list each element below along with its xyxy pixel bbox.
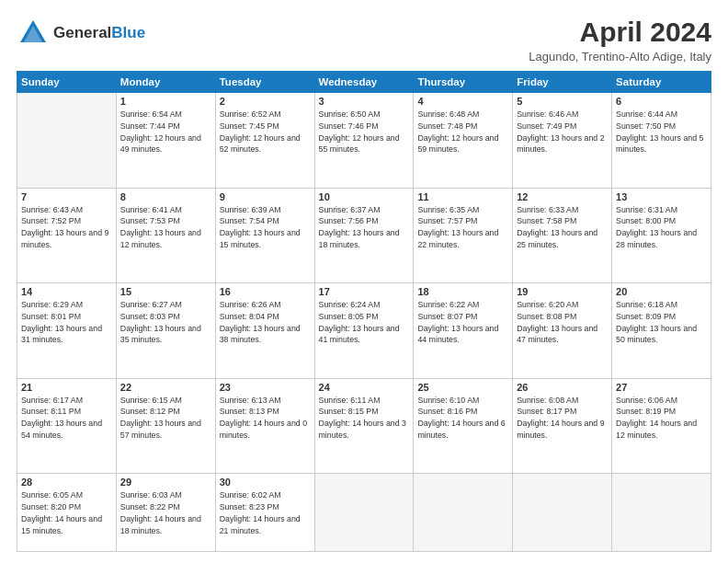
- day-info: Sunrise: 6:24 AMSunset: 8:05 PMDaylight:…: [319, 299, 410, 346]
- table-row: 2Sunrise: 6:52 AMSunset: 7:45 PMDaylight…: [215, 93, 314, 189]
- table-row: 13Sunrise: 6:31 AMSunset: 8:00 PMDayligh…: [612, 188, 711, 283]
- day-info: Sunrise: 6:50 AMSunset: 7:46 PMDaylight:…: [319, 109, 410, 155]
- calendar-week-row: 21Sunrise: 6:17 AMSunset: 8:11 PMDayligh…: [17, 378, 711, 474]
- calendar-header-row: Sunday Monday Tuesday Wednesday Thursday…: [17, 72, 711, 93]
- day-info: Sunrise: 6:13 AMSunset: 8:13 PMDaylight:…: [220, 395, 311, 442]
- location: Lagundo, Trentino-Alto Adige, Italy: [529, 50, 711, 63]
- day-info: Sunrise: 6:17 AMSunset: 8:11 PMDaylight:…: [21, 395, 112, 442]
- col-saturday: Saturday: [612, 72, 711, 93]
- day-info: Sunrise: 6:26 AMSunset: 8:04 PMDaylight:…: [220, 299, 311, 346]
- table-row: 1Sunrise: 6:54 AMSunset: 7:44 PMDaylight…: [116, 93, 215, 189]
- col-thursday: Thursday: [414, 72, 513, 93]
- calendar-week-row: 1Sunrise: 6:54 AMSunset: 7:44 PMDaylight…: [17, 93, 711, 189]
- table-row: 11Sunrise: 6:35 AMSunset: 7:57 PMDayligh…: [414, 188, 513, 283]
- table-row: [314, 474, 414, 552]
- table-row: 21Sunrise: 6:17 AMSunset: 8:11 PMDayligh…: [17, 378, 117, 474]
- day-number: 18: [417, 286, 508, 297]
- day-info: Sunrise: 6:31 AMSunset: 8:00 PMDaylight:…: [616, 204, 707, 251]
- day-info: Sunrise: 6:44 AMSunset: 7:50 PMDaylight:…: [616, 109, 707, 155]
- day-number: 25: [417, 382, 508, 393]
- day-number: 1: [120, 96, 211, 107]
- day-number: 28: [21, 477, 112, 488]
- day-number: 2: [220, 96, 311, 107]
- day-number: 29: [120, 477, 211, 488]
- table-row: 26Sunrise: 6:08 AMSunset: 8:17 PMDayligh…: [513, 378, 612, 474]
- day-number: 9: [220, 191, 311, 202]
- col-wednesday: Wednesday: [314, 72, 414, 93]
- day-info: Sunrise: 6:08 AMSunset: 8:17 PMDaylight:…: [517, 395, 608, 442]
- month-title: April 2024: [529, 17, 711, 48]
- calendar-week-row: 14Sunrise: 6:29 AMSunset: 8:01 PMDayligh…: [17, 283, 711, 379]
- day-number: 3: [319, 96, 410, 107]
- day-number: 8: [120, 191, 211, 202]
- table-row: 14Sunrise: 6:29 AMSunset: 8:01 PMDayligh…: [17, 283, 117, 379]
- table-row: 8Sunrise: 6:41 AMSunset: 7:53 PMDaylight…: [116, 188, 215, 283]
- calendar-week-row: 7Sunrise: 6:43 AMSunset: 7:52 PMDaylight…: [17, 188, 711, 283]
- day-info: Sunrise: 6:33 AMSunset: 7:58 PMDaylight:…: [517, 204, 608, 251]
- table-row: 17Sunrise: 6:24 AMSunset: 8:05 PMDayligh…: [314, 283, 414, 379]
- day-number: 20: [616, 286, 707, 297]
- table-row: 28Sunrise: 6:05 AMSunset: 8:20 PMDayligh…: [17, 474, 117, 552]
- day-number: 5: [517, 96, 608, 107]
- calendar-table: Sunday Monday Tuesday Wednesday Thursday…: [17, 71, 711, 552]
- col-monday: Monday: [116, 72, 215, 93]
- day-info: Sunrise: 6:05 AMSunset: 8:20 PMDaylight:…: [21, 489, 112, 536]
- day-info: Sunrise: 6:03 AMSunset: 8:22 PMDaylight:…: [120, 489, 211, 536]
- day-number: 30: [220, 477, 311, 488]
- day-number: 12: [517, 191, 608, 202]
- day-info: Sunrise: 6:11 AMSunset: 8:15 PMDaylight:…: [319, 395, 410, 442]
- day-number: 7: [21, 191, 112, 202]
- day-info: Sunrise: 6:29 AMSunset: 8:01 PMDaylight:…: [21, 299, 112, 346]
- table-row: 10Sunrise: 6:37 AMSunset: 7:56 PMDayligh…: [314, 188, 414, 283]
- table-row: 6Sunrise: 6:44 AMSunset: 7:50 PMDaylight…: [612, 93, 711, 189]
- day-info: Sunrise: 6:43 AMSunset: 7:52 PMDaylight:…: [21, 204, 112, 251]
- day-info: Sunrise: 6:37 AMSunset: 7:56 PMDaylight:…: [319, 204, 410, 251]
- table-row: 15Sunrise: 6:27 AMSunset: 8:03 PMDayligh…: [116, 283, 215, 379]
- table-row: [414, 474, 513, 552]
- day-number: 27: [616, 382, 707, 393]
- table-row: 30Sunrise: 6:02 AMSunset: 8:23 PMDayligh…: [215, 474, 314, 552]
- header: GeneralBlue April 2024 Lagundo, Trentino…: [17, 17, 711, 63]
- col-sunday: Sunday: [17, 72, 117, 93]
- col-tuesday: Tuesday: [215, 72, 314, 93]
- day-number: 10: [319, 191, 410, 202]
- table-row: 7Sunrise: 6:43 AMSunset: 7:52 PMDaylight…: [17, 188, 117, 283]
- table-row: 12Sunrise: 6:33 AMSunset: 7:58 PMDayligh…: [513, 188, 612, 283]
- day-number: 6: [616, 96, 707, 107]
- table-row: 3Sunrise: 6:50 AMSunset: 7:46 PMDaylight…: [314, 93, 414, 189]
- table-row: 27Sunrise: 6:06 AMSunset: 8:19 PMDayligh…: [612, 378, 711, 474]
- col-friday: Friday: [513, 72, 612, 93]
- day-number: 23: [220, 382, 311, 393]
- table-row: [612, 474, 711, 552]
- day-number: 17: [319, 286, 410, 297]
- day-number: 11: [417, 191, 508, 202]
- day-info: Sunrise: 6:41 AMSunset: 7:53 PMDaylight:…: [120, 204, 211, 251]
- day-number: 14: [21, 286, 112, 297]
- table-row: 4Sunrise: 6:48 AMSunset: 7:48 PMDaylight…: [414, 93, 513, 189]
- table-row: 19Sunrise: 6:20 AMSunset: 8:08 PMDayligh…: [513, 283, 612, 379]
- day-info: Sunrise: 6:35 AMSunset: 7:57 PMDaylight:…: [417, 204, 508, 251]
- table-row: [17, 93, 117, 189]
- table-row: 22Sunrise: 6:15 AMSunset: 8:12 PMDayligh…: [116, 378, 215, 474]
- day-number: 21: [21, 382, 112, 393]
- day-info: Sunrise: 6:18 AMSunset: 8:09 PMDaylight:…: [616, 299, 707, 346]
- day-number: 26: [517, 382, 608, 393]
- day-number: 13: [616, 191, 707, 202]
- table-row: 23Sunrise: 6:13 AMSunset: 8:13 PMDayligh…: [215, 378, 314, 474]
- day-info: Sunrise: 6:20 AMSunset: 8:08 PMDaylight:…: [517, 299, 608, 346]
- page: GeneralBlue April 2024 Lagundo, Trentino…: [0, 0, 728, 563]
- logo: GeneralBlue: [17, 17, 145, 50]
- logo-icon: [17, 17, 50, 50]
- day-info: Sunrise: 6:46 AMSunset: 7:49 PMDaylight:…: [517, 109, 608, 155]
- day-info: Sunrise: 6:48 AMSunset: 7:48 PMDaylight:…: [417, 109, 508, 155]
- title-block: April 2024 Lagundo, Trentino-Alto Adige,…: [529, 17, 711, 63]
- table-row: 29Sunrise: 6:03 AMSunset: 8:22 PMDayligh…: [116, 474, 215, 552]
- day-info: Sunrise: 6:52 AMSunset: 7:45 PMDaylight:…: [220, 109, 311, 155]
- day-info: Sunrise: 6:06 AMSunset: 8:19 PMDaylight:…: [616, 395, 707, 442]
- table-row: 16Sunrise: 6:26 AMSunset: 8:04 PMDayligh…: [215, 283, 314, 379]
- day-number: 16: [220, 286, 311, 297]
- calendar-week-row: 28Sunrise: 6:05 AMSunset: 8:20 PMDayligh…: [17, 474, 711, 552]
- table-row: 5Sunrise: 6:46 AMSunset: 7:49 PMDaylight…: [513, 93, 612, 189]
- day-info: Sunrise: 6:15 AMSunset: 8:12 PMDaylight:…: [120, 395, 211, 442]
- day-info: Sunrise: 6:27 AMSunset: 8:03 PMDaylight:…: [120, 299, 211, 346]
